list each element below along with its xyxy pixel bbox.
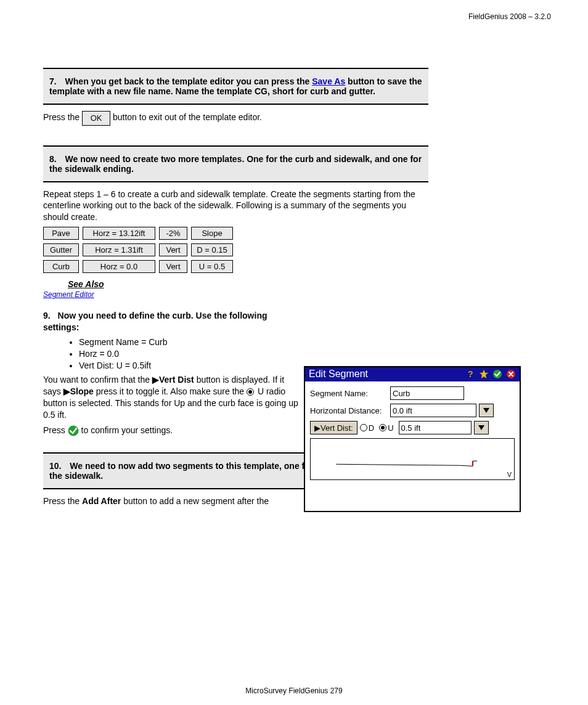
segment-preview: V bbox=[310, 438, 515, 480]
svg-text:?: ? bbox=[468, 369, 473, 379]
seg-row-1: Pave Horz = 13.12ift -2% Slope bbox=[43, 227, 551, 240]
close-icon[interactable] bbox=[506, 369, 516, 379]
seg3-val: U = 0.5 bbox=[191, 260, 233, 273]
chevron-down-icon bbox=[483, 408, 489, 413]
vert-dropdown[interactable] bbox=[474, 421, 489, 434]
seg-row-2: Gutter Horz = 1.31ift Vert D = 0.15 bbox=[43, 243, 551, 256]
segname-label: Segment Name: bbox=[310, 389, 390, 398]
seg2-name: Gutter bbox=[43, 243, 79, 256]
seg2-type: Vert bbox=[159, 243, 187, 256]
saveas-link[interactable]: Save As bbox=[312, 76, 345, 86]
step8-bar: 8. We now need to create two more templa… bbox=[43, 145, 428, 182]
seealso-label: See Also bbox=[68, 279, 104, 289]
seg2-val: D = 0.15 bbox=[191, 243, 233, 256]
step9-okconfirm: Press to confirm your settings. bbox=[43, 425, 302, 436]
step9-desc: Now you need to define the curb. Use the… bbox=[43, 311, 267, 332]
seg3-name: Curb bbox=[43, 260, 79, 273]
u-radio[interactable]: U bbox=[379, 423, 393, 433]
b2: Horz = 0.0 bbox=[79, 349, 288, 359]
horz-dropdown[interactable] bbox=[479, 404, 494, 417]
step7-note-before: Press the bbox=[43, 112, 82, 122]
chevron-down-icon bbox=[478, 425, 484, 430]
horz-label: Horizontal Distance: bbox=[310, 406, 390, 415]
segname-input[interactable] bbox=[390, 386, 464, 400]
ok-key[interactable]: OK bbox=[82, 111, 110, 126]
doc-header: FieldGenius 2008 – 3.2.0 bbox=[468, 12, 551, 21]
step7-before: When you get back to the template editor… bbox=[65, 76, 312, 86]
b3: Vert Dist: U = 0.5ift bbox=[79, 361, 288, 370]
v-label: V bbox=[507, 471, 512, 478]
svg-line-7 bbox=[336, 464, 460, 465]
seg2-horz: Horz = 1.31ift bbox=[83, 243, 155, 256]
seg3-type: Vert bbox=[159, 260, 187, 273]
dialog-titlebar: Edit Segment ? bbox=[305, 367, 520, 381]
svg-marker-2 bbox=[480, 370, 488, 378]
page-footer: MicroSurvey FieldGenius 279 bbox=[0, 687, 588, 695]
help-icon[interactable]: ? bbox=[465, 369, 475, 379]
svg-line-8 bbox=[460, 465, 473, 466]
vert-input[interactable] bbox=[399, 421, 472, 434]
seg1-horz: Horz = 13.12ift bbox=[83, 227, 155, 240]
step9-after: You want to confirm that the ▶Vert Dist … bbox=[43, 374, 302, 421]
step7-note-after: button to exit out of the template edito… bbox=[113, 112, 262, 122]
d-radio[interactable]: D bbox=[360, 423, 374, 433]
star-icon[interactable] bbox=[479, 369, 489, 379]
ok-icon[interactable] bbox=[492, 369, 502, 379]
step7-note: Press the OK button to exit out of the t… bbox=[43, 111, 428, 126]
step8-num: 8. bbox=[49, 154, 57, 164]
svg-marker-6 bbox=[478, 425, 484, 430]
ok-check-icon bbox=[68, 425, 79, 436]
step9-body: 9. Now you need to define the curb. Use … bbox=[43, 310, 296, 333]
seg1-name: Pave bbox=[43, 227, 79, 240]
seg-row-3: Curb Horz = 0.0 Vert U = 0.5 bbox=[43, 260, 551, 273]
horz-input[interactable] bbox=[390, 404, 476, 417]
seealso-text: See Also bbox=[68, 279, 104, 289]
seealso-link[interactable]: Segment Editor bbox=[43, 290, 94, 299]
step9-pre: Repeat steps 1 – 6 to create a curb and … bbox=[43, 189, 428, 224]
seg1-type: Slope bbox=[191, 227, 233, 240]
seg3-horz: Horz = 0.0 bbox=[83, 260, 155, 273]
step8-text: We now need to create two more templates… bbox=[49, 154, 422, 174]
vertdist-button[interactable]: ▶Vert Dist: bbox=[310, 421, 357, 434]
step10-num: 10. bbox=[49, 461, 61, 471]
u-radio-inline-icon bbox=[247, 388, 254, 396]
seg1-val: -2% bbox=[159, 227, 187, 240]
step7-desc: When you get back to the template editor… bbox=[49, 76, 422, 96]
step9-num: 9. bbox=[43, 311, 51, 320]
step7-num: 7. bbox=[49, 76, 57, 86]
dialog-title: Edit Segment bbox=[309, 369, 462, 380]
edit-segment-dialog: Edit Segment ? Segment Name: Horizontal … bbox=[304, 366, 521, 512]
b1: Segment Name = Curb bbox=[79, 337, 288, 347]
svg-marker-5 bbox=[483, 408, 489, 413]
step7-bar: 7. When you get back to the template edi… bbox=[43, 68, 428, 105]
step9-bullets: Segment Name = Curb Horz = 0.0 Vert Dist… bbox=[54, 337, 288, 370]
